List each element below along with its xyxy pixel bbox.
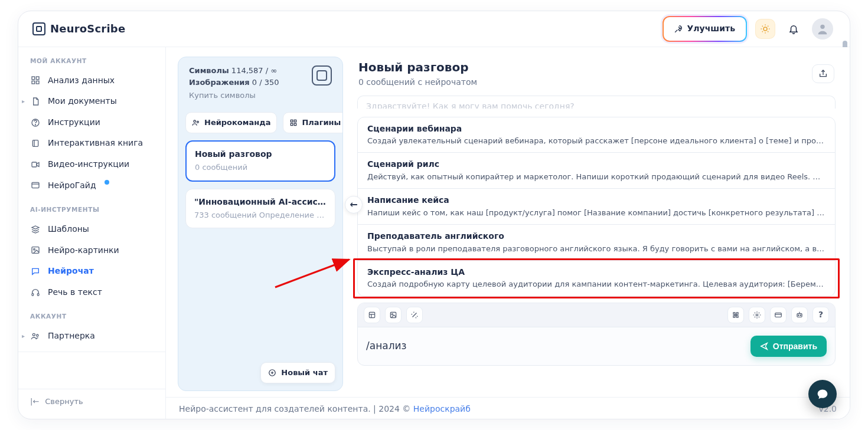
brand-name: NeuroScribe bbox=[50, 21, 125, 36]
question-icon: ? bbox=[818, 309, 823, 321]
grid-icon bbox=[30, 76, 41, 85]
conversation-card[interactable]: "Инновационный AI-ассист…733 сообщений О… bbox=[185, 189, 335, 229]
tb-settings-button[interactable] bbox=[749, 307, 765, 323]
avatar[interactable] bbox=[812, 18, 833, 40]
back-button[interactable]: ← bbox=[345, 196, 363, 214]
image-icon bbox=[389, 311, 397, 319]
buy-symbols-link[interactable]: Купить символы bbox=[189, 90, 279, 101]
nav-interactive-book[interactable]: Интерактивная книга bbox=[18, 133, 165, 154]
suggestion-title: Экспресс-анализ ЦА bbox=[367, 267, 825, 278]
conversations-panel: Символы 114,587 / ∞ Изображения 0 / 350 … bbox=[178, 57, 343, 391]
tb-template-button[interactable] bbox=[364, 307, 380, 323]
conversation-sub: 0 сообщений bbox=[195, 162, 326, 173]
suggestion-title: Написание кейса bbox=[367, 195, 825, 206]
svg-rect-11 bbox=[32, 247, 39, 254]
conversation-title: "Инновационный AI-ассист… bbox=[194, 196, 327, 208]
nav-data-analysis[interactable]: Анализ данных bbox=[18, 70, 165, 91]
sidebar-section-acct2: АККАУНТ bbox=[18, 303, 165, 326]
chat-bubble-icon bbox=[817, 388, 828, 400]
collapse-icon: |← bbox=[30, 396, 39, 407]
sidebar-collapse[interactable]: |← Свернуть bbox=[18, 389, 165, 414]
svg-point-32 bbox=[800, 314, 801, 315]
footer-text: Нейро-ассистент для создателей контента.… bbox=[179, 404, 413, 413]
suggestion-item[interactable]: Сценарии вебинараСоздай увлекательный сц… bbox=[358, 117, 835, 153]
rocket-icon bbox=[674, 25, 683, 33]
theme-toggle[interactable] bbox=[755, 19, 775, 39]
nav-label: Нейрочат bbox=[48, 265, 94, 277]
nav-video-instructions[interactable]: Видео-инструкции bbox=[18, 154, 165, 175]
nav-label: Нейро-картинки bbox=[48, 245, 119, 257]
video-icon bbox=[30, 160, 41, 169]
nav-label: Видео-инструкции bbox=[48, 159, 129, 170]
notification-dot bbox=[105, 180, 109, 185]
tb-magic-button[interactable] bbox=[406, 307, 423, 323]
plus-circle-icon bbox=[268, 369, 276, 377]
svg-rect-14 bbox=[37, 293, 39, 296]
suggestion-item[interactable]: Экспресс-анализ ЦАСоздай подробную карту… bbox=[358, 261, 835, 296]
nav-label: Инструкции bbox=[48, 117, 100, 129]
suggestion-item[interactable]: Преподаватель английскогоВыступай в роли… bbox=[358, 225, 835, 261]
tb-puzzle-button[interactable] bbox=[727, 307, 744, 323]
svg-rect-22 bbox=[295, 123, 297, 126]
support-chat-fab[interactable] bbox=[808, 380, 837, 408]
card-icon bbox=[774, 311, 782, 319]
new-chat-button[interactable]: Новый чат bbox=[260, 362, 335, 383]
composer: ? /анализ Отправить bbox=[357, 303, 836, 366]
svg-rect-29 bbox=[775, 313, 782, 317]
svg-rect-21 bbox=[291, 123, 293, 126]
nav-neuro-images[interactable]: Нейро-картинки bbox=[18, 240, 165, 261]
tb-robot-button[interactable] bbox=[791, 307, 808, 323]
document-icon bbox=[30, 97, 41, 106]
nav-neurochat[interactable]: Нейрочат bbox=[18, 261, 165, 282]
nav-partner[interactable]: ▸ Партнерка bbox=[18, 326, 165, 347]
nav-instructions[interactable]: Инструкции bbox=[18, 112, 165, 133]
image-icon bbox=[30, 245, 41, 255]
upgrade-button[interactable]: Улучшить bbox=[663, 16, 747, 42]
svg-rect-26 bbox=[390, 312, 396, 317]
footer-link[interactable]: Нейроскрайб bbox=[413, 404, 471, 413]
sidebar-section-account: МОЙ АККАУНТ bbox=[18, 47, 165, 70]
send-label: Отправить bbox=[773, 342, 817, 351]
nav-documents[interactable]: ▸ Мои документы bbox=[18, 91, 165, 112]
sidebar-section-ai-tools: AI-ИНСТРУМЕНТЫ bbox=[18, 196, 165, 219]
svg-point-7 bbox=[35, 124, 35, 124]
question-icon bbox=[30, 118, 41, 127]
svg-rect-13 bbox=[32, 293, 34, 296]
tb-image-button[interactable] bbox=[385, 307, 402, 323]
suggestion-desc: Выступай в роли преподавателя разговорно… bbox=[367, 244, 825, 254]
composer-input[interactable]: /анализ bbox=[366, 339, 407, 353]
share-button[interactable] bbox=[812, 64, 834, 83]
chat-title: Новый разговор bbox=[358, 59, 477, 76]
plugins-button[interactable]: Плагины bbox=[283, 112, 343, 133]
notifications-button[interactable] bbox=[784, 19, 804, 39]
svg-point-31 bbox=[798, 314, 799, 315]
new-chat-label: Новый чат bbox=[281, 367, 328, 378]
brand-logo-icon bbox=[32, 22, 45, 35]
sun-icon bbox=[760, 24, 771, 34]
suggestion-item[interactable]: Сценарий рилсДействуй, как опытный копир… bbox=[358, 153, 835, 189]
tb-help-button[interactable]: ? bbox=[812, 307, 829, 323]
user-icon bbox=[816, 22, 829, 35]
neuro-team-button[interactable]: Нейрокоманда bbox=[185, 112, 277, 133]
suggestion-desc: Напиши кейс о том, как наш [продукт/услу… bbox=[367, 208, 825, 218]
symbols-line: Символы 114,587 / ∞ bbox=[189, 65, 279, 76]
brand[interactable]: NeuroScribe bbox=[32, 21, 125, 36]
suggestion-title: Преподаватель английского bbox=[367, 231, 825, 242]
svg-rect-25 bbox=[369, 312, 374, 317]
nav-label: Мои документы bbox=[48, 96, 117, 107]
nav-speech-to-text[interactable]: Речь в текст bbox=[18, 282, 165, 303]
svg-rect-19 bbox=[291, 120, 293, 122]
conversation-list: Новый разговор0 сообщений"Инновационный … bbox=[178, 133, 342, 236]
nav-label: Анализ данных bbox=[48, 75, 115, 87]
conversation-card[interactable]: Новый разговор0 сообщений bbox=[185, 140, 335, 182]
nav-templates[interactable]: Шаблоны bbox=[18, 219, 165, 240]
nav-neuroguide[interactable]: НейроГайд bbox=[18, 175, 165, 196]
svg-rect-9 bbox=[32, 162, 37, 167]
tb-card-button[interactable] bbox=[770, 307, 787, 323]
collapse-label: Свернуть bbox=[45, 396, 83, 407]
headphones-icon bbox=[30, 288, 41, 297]
suggestion-item[interactable]: Написание кейсаНапиши кейс о том, как на… bbox=[358, 189, 835, 225]
main: Символы 114,587 / ∞ Изображения 0 / 350 … bbox=[166, 47, 850, 419]
send-button[interactable]: Отправить bbox=[750, 336, 827, 357]
card-icon bbox=[30, 180, 41, 190]
